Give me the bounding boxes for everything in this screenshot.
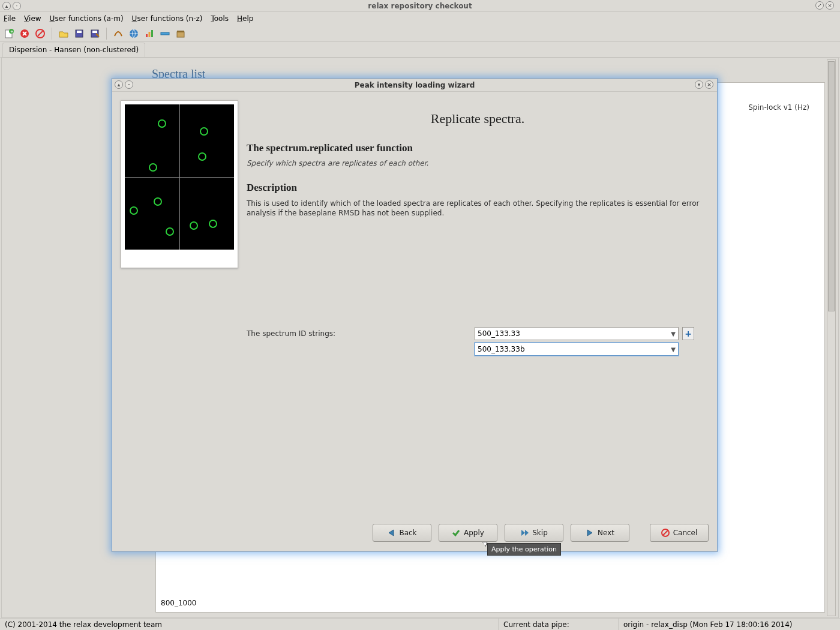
back-button[interactable]: Back <box>373 524 431 542</box>
dialog-menu-icon[interactable]: ▴ <box>115 80 123 89</box>
skip-icon <box>520 529 529 537</box>
chevron-down-icon: ▼ <box>671 331 676 337</box>
add-button[interactable]: + <box>682 327 694 340</box>
spectrum-id-label: The spectrum ID strings: <box>247 329 335 338</box>
dialog-titlebar: ▴ · Peak intensity loading wizard ▾ × <box>112 79 717 92</box>
svg-text:+: + <box>10 29 14 34</box>
dialog-title: Peak intensity loading wizard <box>355 81 475 89</box>
chevron-down-icon: ▼ <box>671 346 676 353</box>
tab-strip: Dispersion - Hansen (non-clustered) <box>0 42 840 58</box>
svg-rect-12 <box>149 32 151 37</box>
arrow-right-icon <box>586 529 594 537</box>
apply-button[interactable]: Apply <box>439 524 497 542</box>
dialog-close-icon[interactable]: × <box>705 80 713 89</box>
arrow-left-icon <box>387 529 395 537</box>
dialog-pin-icon[interactable]: · <box>125 80 133 89</box>
dialog-button-row: Back Apply Skip Next <box>112 524 717 544</box>
status-origin: origin - relax_disp (Mon Feb 17 18:00:16… <box>618 619 840 630</box>
spectrum-id-combo-1[interactable]: 500_133.33 ▼ <box>475 327 679 340</box>
menu-tools[interactable]: Tools <box>211 14 229 23</box>
menu-user-functions-nz[interactable]: User functions (n-z) <box>132 14 203 23</box>
svg-rect-7 <box>77 31 82 33</box>
pipe-icon[interactable] <box>160 28 170 39</box>
svg-rect-16 <box>177 31 184 32</box>
combo1-value: 500_133.33 <box>478 329 520 338</box>
open-icon[interactable] <box>58 28 69 39</box>
status-copyright: (C) 2001-2014 the relax development team <box>0 619 498 630</box>
relax-icon[interactable] <box>113 28 124 39</box>
menu-view[interactable]: View <box>24 14 41 23</box>
menu-user-functions-am[interactable]: User functions (a-m) <box>50 14 124 23</box>
wizard-dialog: ▴ · Peak intensity loading wizard ▾ × <box>112 78 718 552</box>
svg-rect-9 <box>92 31 97 33</box>
main-window-titlebar: ▴ · relax repository checkout ⤢ × <box>0 0 840 12</box>
archive-icon[interactable] <box>175 28 186 39</box>
next-button[interactable]: Next <box>571 524 629 542</box>
tooltip: Apply the operation <box>487 543 561 556</box>
svg-line-5 <box>38 31 43 36</box>
cancel-icon[interactable] <box>35 28 46 39</box>
main-window-title: relax repository checkout <box>368 2 472 10</box>
close-analysis-icon[interactable] <box>19 28 30 39</box>
dialog-heading: Replicate spectra. <box>247 111 709 127</box>
wizard-preview-image <box>121 100 238 268</box>
globe-icon[interactable] <box>128 28 139 39</box>
save-icon[interactable] <box>74 28 85 39</box>
menu-help[interactable]: Help <box>237 14 253 23</box>
app-menu-icon[interactable]: ▴ <box>2 2 11 10</box>
window-pin-icon[interactable]: · <box>13 2 21 10</box>
cancel-button[interactable]: Cancel <box>650 524 709 542</box>
cancel-icon <box>661 529 670 537</box>
spectrum-id-combo-2[interactable]: 500_133.33b ▼ <box>475 343 679 356</box>
dialog-description-heading: Description <box>247 182 709 194</box>
check-icon <box>452 529 460 537</box>
dialog-sub-italic: Specify which spectra are replicates of … <box>247 159 709 167</box>
close-icon[interactable]: × <box>826 1 834 10</box>
combo2-value: 500_133.33b <box>478 345 525 353</box>
svg-rect-15 <box>177 32 184 37</box>
vertical-scrollbar[interactable] <box>827 59 836 616</box>
svg-line-18 <box>663 530 668 535</box>
svg-rect-13 <box>151 30 153 37</box>
status-pipe-label: Current data pipe: <box>498 619 618 630</box>
menu-bar: File View User functions (a-m) User func… <box>0 12 840 25</box>
skip-button[interactable]: Skip <box>505 524 563 542</box>
maximize-icon[interactable]: ⤢ <box>815 1 824 10</box>
tab-dispersion-hansen[interactable]: Dispersion - Hansen (non-clustered) <box>2 43 145 57</box>
scrollbar-thumb[interactable] <box>828 61 835 311</box>
dialog-description-text: This is used to identify which of the lo… <box>247 199 709 218</box>
menu-file[interactable]: File <box>4 14 16 23</box>
dialog-subheading: The spectrum.replicated user function <box>247 142 709 154</box>
svg-rect-11 <box>146 34 148 37</box>
column-header-spinlock: Spin-lock v1 (Hz) <box>748 103 809 112</box>
bar-chart-icon[interactable] <box>144 28 155 39</box>
dialog-minimize-icon[interactable]: ▾ <box>695 80 703 89</box>
status-bar: (C) 2001-2014 the relax development team… <box>0 618 840 630</box>
svg-rect-14 <box>161 32 169 35</box>
table-row-label: 800_1000 <box>161 599 196 607</box>
new-icon[interactable]: + <box>4 28 14 39</box>
toolbar: + <box>0 25 840 42</box>
save-as-icon[interactable] <box>89 28 100 39</box>
